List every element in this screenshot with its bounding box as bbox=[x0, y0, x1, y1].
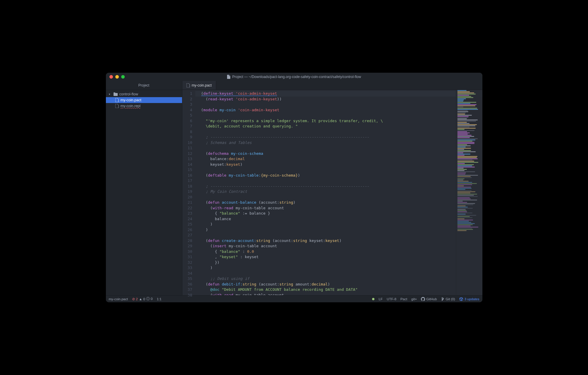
status-line-ending[interactable]: LF bbox=[379, 297, 382, 301]
file-label: my-coin.repl bbox=[121, 104, 141, 108]
status-encoding[interactable]: UTF-8 bbox=[387, 297, 397, 301]
git-branch-icon bbox=[441, 297, 444, 301]
chevron-down-icon: ▾ bbox=[109, 93, 112, 96]
code-content[interactable]: (define-keyset 'coin-admin-keyset (read-… bbox=[195, 90, 482, 295]
package-icon bbox=[459, 297, 463, 301]
close-icon[interactable] bbox=[109, 75, 113, 79]
sidebar-header: Project bbox=[106, 81, 182, 90]
file-label: my-coin.pact bbox=[121, 98, 141, 102]
status-health[interactable] bbox=[372, 298, 374, 300]
tree-file[interactable]: my-coin.repl bbox=[106, 103, 182, 109]
status-filename[interactable]: my-coin.pact bbox=[109, 297, 128, 301]
github-icon bbox=[421, 297, 425, 301]
minimize-icon[interactable] bbox=[115, 75, 119, 79]
file-tree: ▾ control-flow my-coin.pactmy-coin.repl bbox=[106, 90, 182, 109]
window-controls bbox=[106, 75, 125, 79]
folder-icon bbox=[114, 92, 118, 96]
tree-folder-root[interactable]: ▾ control-flow bbox=[106, 91, 182, 97]
status-cursor[interactable]: 1:1 bbox=[157, 297, 161, 301]
titlebar[interactable]: Project — ~/Downloads/pact-lang.org-code… bbox=[106, 73, 482, 81]
editor-window: Project — ~/Downloads/pact-lang.org-code… bbox=[106, 73, 482, 302]
window-title: Project — ~/Downloads/pact-lang.org-code… bbox=[106, 75, 482, 79]
status-github[interactable]: GitHub bbox=[421, 297, 437, 301]
main-area: Project ▾ control-flow my-coin.pactmy-co… bbox=[106, 81, 482, 295]
tab-my-coin-pact[interactable]: my-coin.pact bbox=[182, 81, 216, 89]
status-git-status[interactable]: git+ bbox=[411, 297, 417, 301]
gutter: 1234567891011121314151617181920212223242… bbox=[182, 90, 195, 295]
tab-bar: my-coin.pact bbox=[182, 81, 482, 90]
status-git-branch[interactable]: Git (0) bbox=[441, 297, 455, 301]
tab-label: my-coin.pact bbox=[192, 83, 212, 87]
maximize-icon[interactable] bbox=[121, 75, 125, 79]
minimap[interactable] bbox=[456, 90, 482, 295]
sidebar: Project ▾ control-flow my-coin.pactmy-co… bbox=[106, 81, 182, 295]
editor-body[interactable]: 1234567891011121314151617181920212223242… bbox=[182, 90, 482, 295]
status-diagnostics[interactable]: ⊘ 2 ▲ 0 ⓘ 0 bbox=[132, 297, 153, 301]
tree-file[interactable]: my-coin.pact bbox=[106, 97, 182, 103]
folder-label: control-flow bbox=[119, 92, 138, 96]
status-language[interactable]: Pact bbox=[400, 297, 407, 301]
editor-area: my-coin.pact 123456789101112131415161718… bbox=[182, 81, 482, 295]
file-icon bbox=[227, 75, 231, 79]
status-updates[interactable]: 3 updates bbox=[459, 297, 479, 301]
file-icon bbox=[115, 104, 119, 108]
file-icon bbox=[115, 98, 119, 102]
file-icon bbox=[186, 83, 190, 87]
statusbar: my-coin.pact ⊘ 2 ▲ 0 ⓘ 0 1:1 LF UTF-8 Pa… bbox=[106, 295, 482, 302]
